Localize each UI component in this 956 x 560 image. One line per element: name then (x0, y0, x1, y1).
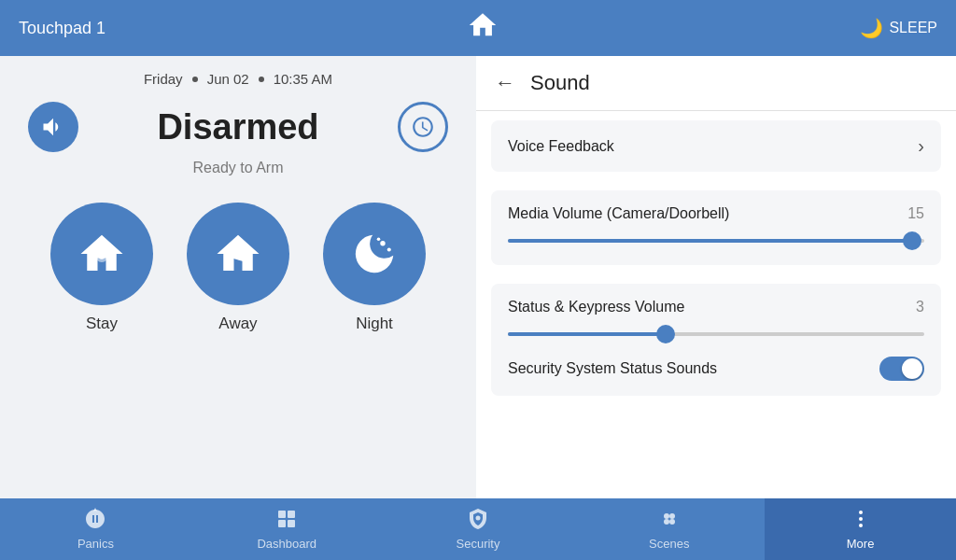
keypress-volume-label: Status & Keypress Volume (508, 299, 684, 315)
panics-icon (84, 508, 106, 533)
arm-status: Disarmed (157, 107, 318, 147)
security-label: Security (457, 537, 500, 551)
nav-security[interactable]: Security (383, 498, 574, 560)
svg-rect-6 (278, 511, 286, 518)
sleep-button[interactable]: 🌙 SLEEP (860, 17, 937, 39)
keypress-volume-value: 3 (916, 299, 924, 315)
media-volume-label: Media Volume (Camera/Doorbell) (508, 205, 729, 222)
security-icon (467, 508, 489, 533)
security-sounds-label: Security System Status Sounds (508, 360, 717, 377)
nav-panics[interactable]: Panics (0, 498, 191, 560)
arm-buttons-row: Stay Away (50, 203, 426, 333)
voice-feedback-card[interactable]: Voice Feedback › (491, 120, 941, 172)
sound-button[interactable] (28, 102, 78, 152)
keypress-volume-thumb[interactable] (656, 325, 675, 343)
svg-point-12 (669, 513, 675, 519)
media-volume-fill (508, 239, 912, 243)
toggle-knob (902, 358, 922, 379)
svg-point-17 (859, 524, 863, 527)
svg-point-1 (99, 253, 105, 259)
dot1 (192, 77, 198, 82)
keypress-volume-slider[interactable] (508, 325, 924, 343)
svg-point-10 (475, 516, 480, 521)
month-day-label: Jun 02 (207, 71, 249, 87)
stay-button-container: Stay (50, 203, 153, 333)
nav-dashboard[interactable]: Dashboard (191, 498, 383, 560)
svg-point-5 (377, 237, 381, 241)
day-label: Friday (144, 71, 183, 87)
keypress-volume-row: Status & Keypress Volume 3 (508, 299, 924, 315)
nav-more[interactable]: More (765, 498, 956, 560)
panics-label: Panics (77, 537, 114, 551)
app-title: Touchpad 1 (19, 19, 105, 38)
right-panel: ← Sound Voice Feedback › Media Volume (C… (476, 56, 956, 498)
svg-rect-7 (288, 511, 295, 518)
status-row: Disarmed (19, 102, 457, 152)
sound-title: Sound (530, 71, 590, 95)
away-label: Away (218, 315, 257, 333)
scenes-icon (658, 508, 681, 533)
dot2 (259, 77, 264, 82)
sound-header: ← Sound (476, 56, 956, 111)
stay-label: Stay (86, 315, 118, 333)
main-content: Friday Jun 02 10:35 AM Disarmed Ready to… (0, 56, 956, 498)
night-button[interactable] (323, 203, 426, 305)
keypress-volume-fill (508, 332, 666, 336)
svg-rect-8 (278, 520, 286, 527)
ready-label: Ready to Arm (193, 160, 284, 176)
left-panel: Friday Jun 02 10:35 AM Disarmed Ready to… (0, 56, 476, 498)
svg-point-3 (380, 241, 385, 245)
moon-icon: 🌙 (860, 17, 883, 39)
nav-scenes[interactable]: Scenes (573, 498, 765, 560)
security-sounds-toggle[interactable] (879, 357, 924, 381)
more-label: More (847, 537, 875, 551)
media-volume-track (508, 239, 924, 243)
svg-point-16 (859, 517, 863, 521)
stay-button[interactable] (50, 203, 153, 305)
voice-feedback-label: Voice Feedback (508, 138, 614, 155)
security-sounds-row: Security System Status Sounds (508, 357, 924, 381)
scenes-label: Scenes (649, 537, 689, 551)
dashboard-label: Dashboard (257, 537, 316, 551)
date-time-row: Friday Jun 02 10:35 AM (144, 71, 332, 87)
home-icon[interactable] (467, 9, 499, 48)
away-button-container: Away (187, 203, 289, 333)
bottom-nav: Panics Dashboard Security (0, 498, 956, 560)
svg-point-2 (237, 245, 247, 255)
media-volume-thumb[interactable] (903, 231, 921, 250)
clock-button[interactable] (398, 102, 448, 152)
svg-point-15 (859, 511, 863, 514)
media-volume-slider[interactable] (508, 231, 924, 250)
media-volume-card: Media Volume (Camera/Doorbell) 15 (491, 190, 941, 265)
dashboard-icon (275, 508, 298, 533)
keypress-volume-card: Status & Keypress Volume 3 Security Syst… (491, 284, 941, 396)
away-button[interactable] (187, 203, 289, 305)
media-volume-row: Media Volume (Camera/Doorbell) 15 (508, 205, 924, 222)
more-icon (850, 508, 872, 533)
svg-point-11 (664, 513, 669, 519)
svg-point-4 (387, 247, 391, 251)
time-label: 10:35 AM (274, 71, 332, 87)
media-volume-value: 15 (907, 205, 924, 222)
chevron-right-icon: › (918, 135, 924, 157)
app-header: Touchpad 1 🌙 SLEEP (0, 0, 956, 56)
night-label: Night (356, 315, 393, 333)
keypress-volume-track (508, 332, 924, 336)
back-button[interactable]: ← (495, 71, 515, 95)
night-button-container: Night (323, 203, 426, 333)
svg-point-13 (664, 519, 669, 525)
voice-feedback-row: Voice Feedback › (508, 135, 924, 157)
svg-rect-9 (288, 520, 295, 527)
svg-point-14 (669, 519, 675, 525)
